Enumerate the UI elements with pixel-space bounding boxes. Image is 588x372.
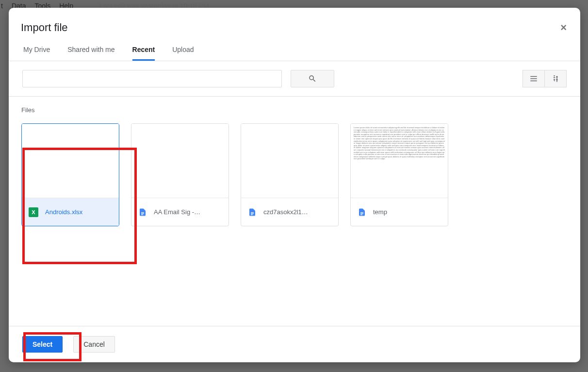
list-view-button[interactable] (523, 70, 545, 87)
sort-az-icon (551, 74, 560, 83)
import-file-dialog: Import file × My Drive Shared with me Re… (9, 8, 580, 362)
doc-icon (358, 207, 366, 218)
file-name: AA Email Sig -… (154, 208, 200, 216)
search-icon (308, 74, 317, 83)
file-card-temp[interactable]: Lorem ipsum dolor sit amet consectetur a… (350, 123, 448, 226)
dialog-footer: Select Cancel (9, 326, 580, 362)
picker-toolbar (9, 61, 580, 97)
file-preview (241, 124, 338, 198)
doc-icon (248, 207, 257, 218)
tab-recent[interactable]: Recent (132, 46, 155, 61)
file-name: czd7asokx2l1… (263, 208, 308, 216)
files-section-label: Files (21, 106, 568, 114)
tab-my-drive[interactable]: My Drive (23, 46, 50, 61)
dialog-title: Import file (21, 21, 68, 34)
file-card-czd7[interactable]: czd7asokx2l1… (241, 123, 339, 226)
file-preview (131, 124, 229, 198)
file-name: temp (373, 208, 387, 216)
list-icon (529, 74, 538, 83)
search-input[interactable] (22, 70, 282, 87)
tab-shared-with-me[interactable]: Shared with me (67, 46, 114, 61)
file-card-androids[interactable]: X Androids.xlsx (21, 123, 119, 226)
file-card-aa-email[interactable]: AA Email Sig -… (131, 123, 229, 226)
tab-upload[interactable]: Upload (172, 46, 194, 61)
sort-button[interactable] (544, 70, 567, 87)
source-tabs: My Drive Shared with me Recent Upload (9, 34, 580, 61)
select-button[interactable]: Select (22, 336, 63, 353)
close-icon[interactable]: × (560, 21, 567, 34)
doc-icon (138, 207, 147, 218)
file-grid: X Androids.xlsx AA Email Sig -… czd7asok… (21, 123, 568, 226)
spreadsheet-icon: X (29, 207, 38, 217)
search-button[interactable] (291, 70, 334, 87)
file-name: Androids.xlsx (45, 208, 82, 216)
file-preview: Lorem ipsum dolor sit amet consectetur a… (351, 124, 448, 198)
file-preview (22, 124, 119, 198)
cancel-button[interactable]: Cancel (73, 336, 115, 353)
